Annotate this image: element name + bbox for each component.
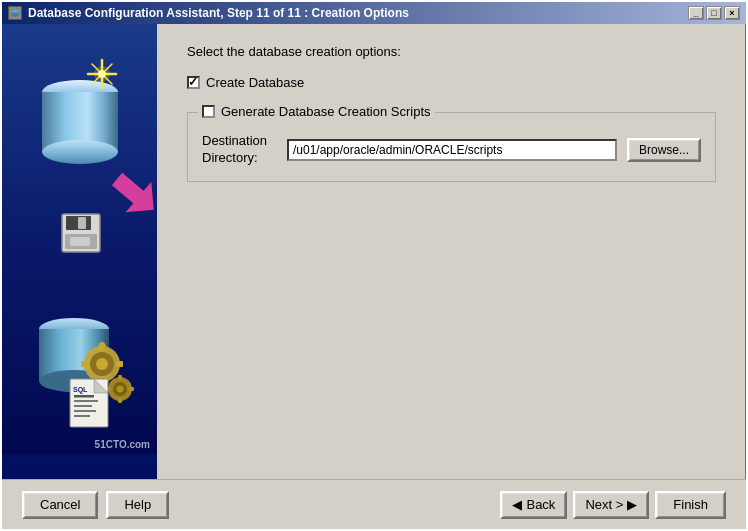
generate-scripts-groupbox: Generate Database Creation Scripts Desti…	[187, 112, 716, 182]
svg-point-24	[96, 358, 108, 370]
destination-input[interactable]	[287, 139, 617, 161]
title-bar-buttons: _ □ ×	[688, 6, 740, 20]
next-arrow-icon: ▶	[627, 497, 637, 512]
create-database-row: Create Database	[187, 75, 716, 90]
svg-rect-44	[74, 415, 90, 417]
illustration-svg: SQL 51CTO.com	[2, 24, 157, 454]
svg-rect-27	[81, 361, 88, 367]
create-database-checkbox[interactable]	[187, 76, 200, 89]
cancel-button[interactable]: Cancel	[22, 491, 98, 519]
next-label: Next >	[585, 497, 623, 512]
bottom-bar: Cancel Help ◀ Back Next > ▶ Finish	[2, 479, 746, 529]
minimize-button[interactable]: _	[688, 6, 704, 20]
generate-scripts-group: Generate Database Creation Scripts Desti…	[187, 108, 716, 182]
watermark-text: 51CTO.com	[95, 439, 150, 450]
bottom-left-buttons: Cancel Help	[22, 491, 169, 519]
generate-scripts-checkbox[interactable]	[202, 105, 215, 118]
browse-button[interactable]: Browse...	[627, 138, 701, 162]
destination-dir-row: DestinationDirectory: Browse...	[202, 133, 701, 167]
bottom-right-buttons: ◀ Back Next > ▶ Finish	[500, 491, 726, 519]
section-title: Select the database creation options:	[187, 44, 716, 59]
svg-text:SQL: SQL	[73, 386, 88, 394]
create-database-label[interactable]: Create Database	[187, 75, 304, 90]
back-arrow-icon: ◀	[512, 497, 522, 512]
close-button[interactable]: ×	[724, 6, 740, 20]
title-bar: Database Configuration Assistant, Step 1…	[2, 2, 746, 24]
svg-point-2	[11, 14, 19, 17]
right-panel: Select the database creation options: Cr…	[157, 24, 746, 479]
svg-rect-16	[78, 217, 86, 229]
back-label: Back	[526, 497, 555, 512]
next-button[interactable]: Next > ▶	[573, 491, 649, 519]
generate-scripts-text: Generate Database Creation Scripts	[221, 104, 431, 119]
finish-button[interactable]: Finish	[655, 491, 726, 519]
title-bar-left: Database Configuration Assistant, Step 1…	[8, 6, 409, 20]
left-illustration-panel: SQL 51CTO.com	[2, 24, 157, 479]
main-content: SQL 51CTO.com Select the database creati…	[2, 24, 746, 479]
svg-rect-18	[70, 237, 90, 246]
create-database-text: Create Database	[206, 75, 304, 90]
window-icon	[8, 6, 22, 20]
svg-rect-40	[74, 395, 94, 398]
maximize-button[interactable]: □	[706, 6, 722, 20]
svg-rect-28	[116, 361, 123, 367]
generate-scripts-legend: Generate Database Creation Scripts	[198, 104, 435, 119]
svg-point-12	[94, 66, 110, 82]
destination-label: DestinationDirectory:	[202, 133, 277, 167]
svg-point-33	[117, 386, 124, 393]
svg-rect-43	[74, 410, 96, 412]
svg-rect-35	[118, 398, 122, 403]
window-title: Database Configuration Assistant, Step 1…	[28, 6, 409, 20]
svg-rect-41	[74, 400, 98, 402]
help-button[interactable]: Help	[106, 491, 169, 519]
svg-rect-42	[74, 405, 92, 407]
svg-rect-34	[118, 375, 122, 380]
svg-point-6	[42, 140, 118, 164]
main-window: Database Configuration Assistant, Step 1…	[0, 0, 748, 531]
svg-rect-37	[129, 387, 134, 391]
back-button[interactable]: ◀ Back	[500, 491, 567, 519]
